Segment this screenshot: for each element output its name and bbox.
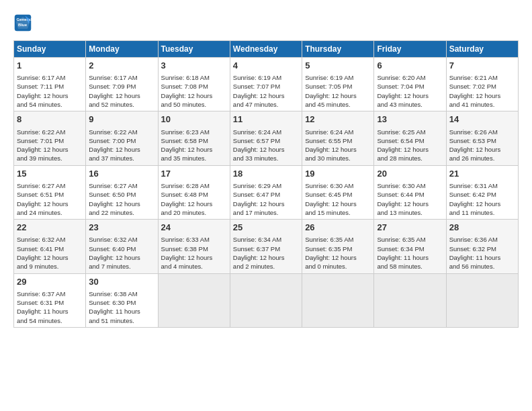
day-info-line: Sunset: 7:08 PM <box>161 82 227 91</box>
calendar-body: 1Sunrise: 6:17 AMSunset: 7:11 PMDaylight… <box>14 58 519 328</box>
day-number: 3 <box>161 60 227 72</box>
day-info-line: Daylight: 12 hours <box>233 145 299 154</box>
day-info-line: Sunrise: 6:24 AM <box>305 128 371 136</box>
day-number: 8 <box>17 113 83 126</box>
day-info-line: Sunset: 6:37 PM <box>233 244 299 253</box>
day-info-line: Sunrise: 6:34 AM <box>233 235 299 244</box>
calendar-cell: 9Sunrise: 6:22 AMSunset: 7:00 PMDaylight… <box>86 111 158 165</box>
day-info-line: Sunrise: 6:27 AM <box>17 181 83 190</box>
calendar-cell: 3Sunrise: 6:18 AMSunset: 7:08 PMDaylight… <box>158 58 230 111</box>
day-number: 23 <box>89 222 154 234</box>
day-number: 7 <box>449 60 515 72</box>
calendar-cell: 16Sunrise: 6:27 AMSunset: 6:50 PMDayligh… <box>86 165 158 219</box>
day-info-line: Daylight: 11 hours <box>89 307 154 316</box>
day-info-line: Daylight: 12 hours <box>89 91 154 100</box>
day-number: 15 <box>17 168 83 180</box>
day-info-line: Daylight: 12 hours <box>161 253 227 262</box>
calendar-cell: 10Sunrise: 6:23 AMSunset: 6:58 PMDayligh… <box>158 111 230 165</box>
calendar-cell: 8Sunrise: 6:22 AMSunset: 7:01 PMDaylight… <box>14 111 86 165</box>
calendar-cell: 21Sunrise: 6:31 AMSunset: 6:42 PMDayligh… <box>446 165 518 219</box>
day-info-line: Sunset: 7:02 PM <box>449 82 515 91</box>
svg-text:Blue: Blue <box>18 22 28 27</box>
day-number: 4 <box>233 60 299 72</box>
day-info-line: Sunrise: 6:17 AM <box>89 73 154 82</box>
day-info-line: and 52 minutes. <box>89 100 154 109</box>
calendar-cell <box>374 273 446 327</box>
day-info-line: Sunset: 7:05 PM <box>305 82 371 91</box>
day-info-line: Sunrise: 6:24 AM <box>233 128 299 136</box>
col-sunday: Sunday <box>14 41 86 58</box>
calendar-cell: 12Sunrise: 6:24 AMSunset: 6:55 PMDayligh… <box>302 111 374 165</box>
day-number: 16 <box>89 168 154 180</box>
day-info-line: Sunset: 6:41 PM <box>17 244 83 253</box>
day-number: 14 <box>449 113 515 126</box>
calendar-week-row: 29Sunrise: 6:37 AMSunset: 6:31 PMDayligh… <box>14 273 519 327</box>
col-friday: Friday <box>374 41 446 58</box>
day-number: 25 <box>233 222 299 234</box>
day-info-line: Sunrise: 6:20 AM <box>377 73 443 82</box>
day-number: 30 <box>89 276 154 288</box>
day-info-line: Sunset: 6:48 PM <box>161 190 227 199</box>
day-number: 26 <box>305 222 371 234</box>
day-info-line: Sunrise: 6:30 AM <box>305 181 371 190</box>
calendar-cell: 18Sunrise: 6:29 AMSunset: 6:47 PMDayligh… <box>230 165 302 219</box>
day-info-line: and 33 minutes. <box>233 154 299 163</box>
calendar-week-row: 8Sunrise: 6:22 AMSunset: 7:01 PMDaylight… <box>14 111 519 165</box>
day-info-line: and 15 minutes. <box>305 208 371 217</box>
calendar-cell <box>446 273 518 327</box>
day-number: 6 <box>377 60 443 72</box>
day-info-line: Daylight: 11 hours <box>377 253 443 262</box>
day-info-line: Sunrise: 6:19 AM <box>305 73 371 82</box>
calendar-cell: 23Sunrise: 6:32 AMSunset: 6:40 PMDayligh… <box>86 220 158 273</box>
day-info-line: Sunset: 6:32 PM <box>449 244 515 253</box>
calendar-cell: 26Sunrise: 6:35 AMSunset: 6:35 PMDayligh… <box>302 220 374 273</box>
day-info-line: Daylight: 12 hours <box>233 199 299 208</box>
calendar-cell: 13Sunrise: 6:25 AMSunset: 6:54 PMDayligh… <box>374 111 446 165</box>
day-info-line: and 45 minutes. <box>305 100 371 109</box>
day-info-line: Sunset: 7:09 PM <box>89 82 154 91</box>
day-info-line: and 35 minutes. <box>161 154 227 163</box>
calendar-cell: 15Sunrise: 6:27 AMSunset: 6:51 PMDayligh… <box>14 165 86 219</box>
calendar-cell: 5Sunrise: 6:19 AMSunset: 7:05 PMDaylight… <box>302 58 374 111</box>
day-info-line: Sunset: 6:57 PM <box>233 136 299 145</box>
day-info-line: and 28 minutes. <box>377 154 443 163</box>
day-info-line: Sunset: 7:11 PM <box>17 82 83 91</box>
day-number: 28 <box>449 222 515 234</box>
day-info-line: Sunset: 6:54 PM <box>377 136 443 145</box>
day-info-line: Sunrise: 6:30 AM <box>377 181 443 190</box>
day-info-line: Daylight: 12 hours <box>17 253 83 262</box>
day-info-line: Sunset: 6:35 PM <box>305 244 371 253</box>
day-info-line: Sunset: 6:40 PM <box>89 244 154 253</box>
day-info-line: and 13 minutes. <box>377 208 443 217</box>
day-info-line: Sunrise: 6:32 AM <box>89 235 154 244</box>
calendar-cell: 29Sunrise: 6:37 AMSunset: 6:31 PMDayligh… <box>14 273 86 327</box>
calendar-cell: 7Sunrise: 6:21 AMSunset: 7:02 PMDaylight… <box>446 58 518 111</box>
day-number: 11 <box>233 113 299 126</box>
col-monday: Monday <box>86 41 158 58</box>
day-number: 29 <box>17 276 83 288</box>
day-info-line: Daylight: 12 hours <box>17 91 83 100</box>
calendar-cell <box>302 273 374 327</box>
day-info-line: Daylight: 12 hours <box>161 91 227 100</box>
day-info-line: Daylight: 12 hours <box>449 145 515 154</box>
day-info-line: Sunrise: 6:26 AM <box>449 128 515 136</box>
day-info-line: Sunset: 7:00 PM <box>89 136 154 145</box>
day-info-line: and 22 minutes. <box>89 208 154 217</box>
day-info-line: Daylight: 12 hours <box>161 145 227 154</box>
day-number: 17 <box>161 168 227 180</box>
day-info-line: Sunrise: 6:19 AM <box>233 73 299 82</box>
calendar-cell <box>230 273 302 327</box>
day-info-line: Sunrise: 6:27 AM <box>89 181 154 190</box>
day-info-line: Sunrise: 6:33 AM <box>161 235 227 244</box>
day-info-line: and 41 minutes. <box>449 100 515 109</box>
col-saturday: Saturday <box>446 41 518 58</box>
calendar-cell: 2Sunrise: 6:17 AMSunset: 7:09 PMDaylight… <box>86 58 158 111</box>
day-info-line: Daylight: 12 hours <box>89 253 154 262</box>
day-number: 18 <box>233 168 299 180</box>
calendar-cell: 1Sunrise: 6:17 AMSunset: 7:11 PMDaylight… <box>14 58 86 111</box>
day-info-line: and 56 minutes. <box>449 262 515 271</box>
day-info-line: and 43 minutes. <box>377 100 443 109</box>
day-info-line: Sunrise: 6:22 AM <box>17 128 83 136</box>
day-info-line: Sunset: 6:51 PM <box>17 190 83 199</box>
header-row: Sunday Monday Tuesday Wednesday Thursday… <box>14 41 519 58</box>
